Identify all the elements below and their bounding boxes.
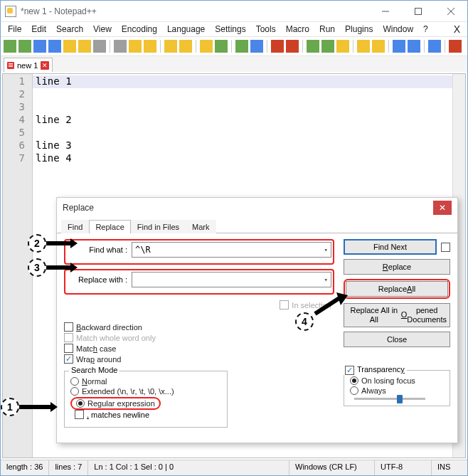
toolbar-print-icon[interactable] bbox=[93, 40, 106, 53]
annotation-3-arrow bbox=[46, 263, 78, 273]
toolbar-sync-icon[interactable] bbox=[271, 40, 284, 53]
replace-button[interactable]: Replace bbox=[344, 259, 450, 275]
toolbar-record-icon[interactable] bbox=[449, 40, 462, 53]
toolbar-save-icon[interactable] bbox=[33, 40, 46, 53]
dropdown-icon[interactable]: ▾ bbox=[324, 276, 328, 283]
status-encoding: UTF-8 bbox=[375, 460, 432, 475]
line-number: 2 bbox=[3, 88, 32, 101]
wholeword-checkbox bbox=[64, 333, 73, 342]
find-next-button[interactable]: Find Next bbox=[344, 239, 437, 255]
backward-checkbox[interactable] bbox=[64, 322, 73, 332]
line-number: 4 bbox=[3, 114, 32, 127]
mode-regex-radio[interactable]: Regular expression bbox=[76, 399, 155, 408]
tab-find[interactable]: Find bbox=[61, 220, 89, 233]
maximize-button[interactable] bbox=[402, 1, 435, 22]
toolbar-eye-icon[interactable] bbox=[372, 40, 385, 53]
dialog-buttons: Find Next Replace Replace All Replace Al… bbox=[344, 239, 450, 406]
toolbar-separator bbox=[110, 40, 110, 53]
annotation-3-badge: 3 bbox=[28, 258, 46, 277]
toolbar-replace-icon[interactable] bbox=[215, 40, 228, 53]
menu-view[interactable]: View bbox=[89, 23, 116, 36]
wrap-checkbox[interactable] bbox=[64, 354, 73, 364]
replace-all-opened-button[interactable]: Replace All in All OpenedDocuments bbox=[344, 303, 450, 327]
close-button[interactable] bbox=[435, 1, 467, 22]
document-tabs: new 1 ✕ bbox=[1, 56, 467, 72]
toolbar-separator bbox=[388, 40, 389, 53]
transparency-group: Transparency On losing focus Always bbox=[344, 370, 450, 406]
toolbar-find-icon[interactable] bbox=[200, 40, 213, 53]
toolbar-syncv-icon[interactable] bbox=[286, 40, 299, 53]
dropdown-icon[interactable]: ▾ bbox=[324, 246, 328, 253]
search-mode-group: Search Mode Normal Extended (\n, \r, \t,… bbox=[64, 371, 228, 428]
statusbar: length : 36 lines : 7 Ln : 1 Col : 1 Sel… bbox=[1, 460, 467, 475]
svg-rect-1 bbox=[415, 8, 422, 14]
find-what-input[interactable]: ^\R ▾ bbox=[132, 242, 331, 258]
toolbar-cut-icon[interactable] bbox=[114, 40, 127, 53]
matches-newline-checkbox[interactable]: . matches newline bbox=[75, 410, 149, 419]
menu-settings[interactable]: Settings bbox=[211, 23, 250, 36]
transparency-losing-radio[interactable]: On losing focus bbox=[350, 376, 444, 385]
toolbar-redo-icon[interactable] bbox=[179, 40, 192, 53]
toolbar-copy-icon[interactable] bbox=[129, 40, 142, 53]
toolbar-separator bbox=[160, 40, 161, 53]
toolbar-zoomout-icon[interactable] bbox=[250, 40, 263, 53]
replace-with-label: Replace with : bbox=[67, 275, 127, 284]
annotation-2-badge: 2 bbox=[28, 234, 46, 253]
menu-macro[interactable]: Macro bbox=[282, 23, 314, 36]
toolbar-indent-icon[interactable] bbox=[336, 40, 349, 53]
app-icon bbox=[5, 6, 16, 17]
tab-replace[interactable]: Replace bbox=[89, 220, 130, 233]
close-dialog-button[interactable]: Close bbox=[344, 332, 450, 347]
menubar-extra-icon[interactable]: X bbox=[450, 22, 464, 36]
toolbar-closeall-icon[interactable] bbox=[78, 40, 91, 53]
toolbar-paste-icon[interactable] bbox=[144, 40, 156, 53]
toolbar-docmap-icon[interactable] bbox=[428, 40, 441, 53]
code-line bbox=[33, 101, 452, 114]
replace-with-input[interactable]: ▾ bbox=[132, 272, 331, 287]
toolbar-folder-icon[interactable] bbox=[408, 40, 420, 53]
menu-file[interactable]: File bbox=[4, 23, 26, 36]
toolbar-saveall-icon[interactable] bbox=[48, 40, 61, 53]
status-position: Ln : 1 Col : 1 Sel : 0 | 0 bbox=[88, 460, 289, 475]
code-line: line 4 bbox=[33, 152, 452, 165]
toolbar-funclist-icon[interactable] bbox=[393, 40, 405, 53]
menu-edit[interactable]: Edit bbox=[27, 23, 50, 36]
menu-plugins[interactable]: Plugins bbox=[341, 23, 377, 36]
find-next-pin-checkbox[interactable] bbox=[441, 243, 450, 252]
minimize-button[interactable] bbox=[369, 1, 402, 22]
status-eol: Windows (CR LF) bbox=[289, 460, 375, 475]
transparency-always-radio[interactable]: Always bbox=[350, 386, 444, 395]
toolbar-separator bbox=[231, 40, 232, 53]
toolbar-undo-icon[interactable] bbox=[164, 40, 177, 53]
menu-tools[interactable]: Tools bbox=[252, 23, 280, 36]
toolbar-allchars-icon[interactable] bbox=[321, 40, 334, 53]
replace-all-button[interactable]: Replace All bbox=[346, 281, 448, 297]
menubar: File Edit Search View Encoding Language … bbox=[1, 22, 467, 36]
tab-close-icon[interactable]: ✕ bbox=[41, 61, 49, 70]
toolbar-close-icon[interactable] bbox=[63, 40, 76, 53]
menu-help[interactable]: ? bbox=[419, 23, 432, 36]
tab-find-in-files[interactable]: Find in Files bbox=[131, 220, 186, 233]
annotation-2-arrow bbox=[46, 238, 78, 248]
menu-search[interactable]: Search bbox=[52, 23, 87, 36]
mode-normal-radio[interactable]: Normal bbox=[70, 377, 221, 386]
mode-extended-radio[interactable]: Extended (\n, \r, \t, \0, \x...) bbox=[70, 387, 221, 396]
titlebar: *new 1 - Notepad++ bbox=[1, 1, 467, 22]
toolbar-zoomin-icon[interactable] bbox=[235, 40, 248, 53]
toolbar-new-icon[interactable] bbox=[4, 40, 16, 53]
annotation-1-badge: 1 bbox=[1, 398, 19, 416]
toolbar-lang-icon[interactable] bbox=[357, 40, 370, 53]
matchcase-checkbox[interactable] bbox=[64, 344, 73, 353]
toolbar-open-icon[interactable] bbox=[18, 40, 31, 53]
file-tab[interactable]: new 1 ✕ bbox=[4, 58, 53, 72]
tab-mark[interactable]: Mark bbox=[186, 220, 216, 233]
toolbar-separator bbox=[353, 40, 353, 53]
dialog-close-button[interactable]: ✕ bbox=[433, 201, 452, 215]
menu-encoding[interactable]: Encoding bbox=[117, 23, 161, 36]
toolbar-wrap-icon[interactable] bbox=[307, 40, 319, 53]
annotation-4-badge: 4 bbox=[295, 312, 314, 331]
menu-language[interactable]: Language bbox=[163, 23, 209, 36]
menu-window[interactable]: Window bbox=[378, 23, 418, 36]
transparency-slider[interactable] bbox=[350, 398, 444, 400]
menu-run[interactable]: Run bbox=[315, 23, 339, 36]
